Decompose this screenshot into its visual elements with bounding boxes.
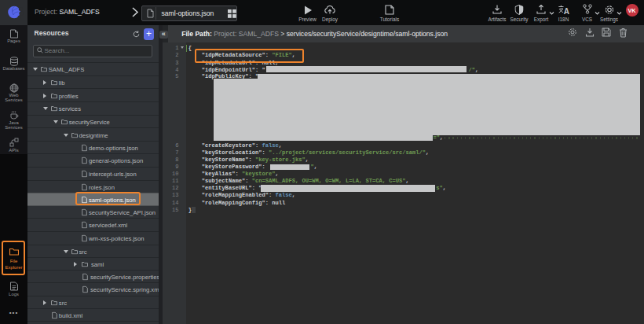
svg-text:A: A bbox=[564, 6, 569, 15]
